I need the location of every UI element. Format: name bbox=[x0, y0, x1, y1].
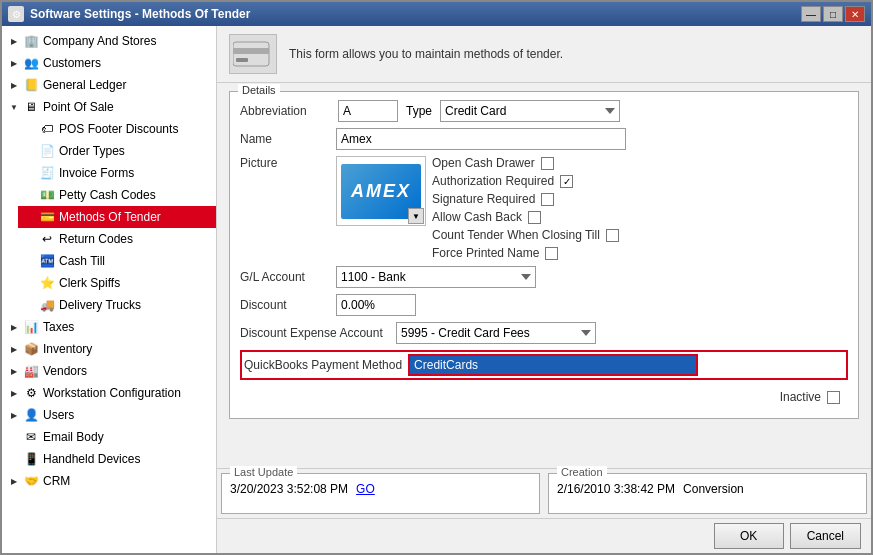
checkbox-row-open-cash-drawer: Open Cash Drawer bbox=[432, 156, 619, 170]
authorization-required-checkbox[interactable]: ✓ bbox=[560, 175, 573, 188]
checkboxes-panel: Open Cash Drawer Authorization Required … bbox=[432, 156, 619, 260]
sidebar-item-users[interactable]: ▶ 👤 Users bbox=[2, 404, 216, 426]
expander-delivery-trucks bbox=[22, 297, 38, 313]
allow-cash-back-checkbox[interactable] bbox=[528, 211, 541, 224]
authorization-required-label: Authorization Required bbox=[432, 174, 554, 188]
expander-vendors[interactable]: ▶ bbox=[6, 363, 22, 379]
label-return-codes: Return Codes bbox=[59, 232, 133, 246]
last-update-legend: Last Update bbox=[230, 466, 297, 478]
label-inventory: Inventory bbox=[43, 342, 92, 356]
checkbox-row-count-tender: Count Tender When Closing Till bbox=[432, 228, 619, 242]
banner-icon bbox=[229, 34, 277, 74]
go-button[interactable]: GO bbox=[356, 482, 375, 496]
expander-workstation-configuration[interactable]: ▶ bbox=[6, 385, 22, 401]
ok-button[interactable]: OK bbox=[714, 523, 784, 549]
label-general-ledger: General Ledger bbox=[43, 78, 126, 92]
sidebar-item-crm[interactable]: ▶ 🤝 CRM bbox=[2, 470, 216, 492]
main-content: ▶ 🏢 Company And Stores ▶ 👥 Customers ▶ 📒… bbox=[2, 26, 871, 553]
expander-users[interactable]: ▶ bbox=[6, 407, 22, 423]
signature-required-label: Signature Required bbox=[432, 192, 535, 206]
label-methods-of-tender: Methods Of Tender bbox=[59, 210, 161, 224]
close-button[interactable]: ✕ bbox=[845, 6, 865, 22]
abbreviation-input[interactable] bbox=[338, 100, 398, 122]
sidebar-item-order-types[interactable]: 📄 Order Types bbox=[18, 140, 216, 162]
checkbox-row-force-printed-name: Force Printed Name bbox=[432, 246, 619, 260]
sidebar-item-clerk-spiffs[interactable]: ⭐ Clerk Spiffs bbox=[18, 272, 216, 294]
sidebar-item-inventory[interactable]: ▶ 📦 Inventory bbox=[2, 338, 216, 360]
creation-section: Creation 2/16/2010 3:38:42 PM Conversion bbox=[548, 473, 867, 514]
icon-return-codes: ↩ bbox=[38, 230, 56, 248]
sidebar-item-return-codes[interactable]: ↩ Return Codes bbox=[18, 228, 216, 250]
icon-invoice-forms: 🧾 bbox=[38, 164, 56, 182]
abbreviation-type-row: Abbreviation Type Credit Card Cash Check… bbox=[240, 100, 848, 122]
window-icon: ⚙ bbox=[8, 6, 24, 22]
inactive-checkbox[interactable] bbox=[827, 391, 840, 404]
sidebar-item-cash-till[interactable]: 🏧 Cash Till bbox=[18, 250, 216, 272]
expander-inventory[interactable]: ▶ bbox=[6, 341, 22, 357]
creation-legend: Creation bbox=[557, 466, 607, 478]
icon-taxes: 📊 bbox=[22, 318, 40, 336]
last-update-content: 3/20/2023 3:52:08 PM GO bbox=[230, 478, 531, 496]
expander-taxes[interactable]: ▶ bbox=[6, 319, 22, 335]
discount-expense-account-select[interactable]: 5995 - Credit Card Fees 5000 - Expenses bbox=[396, 322, 596, 344]
checkbox-row-allow-cash-back: Allow Cash Back bbox=[432, 210, 619, 224]
sidebar-item-workstation-configuration[interactable]: ▶ ⚙ Workstation Configuration bbox=[2, 382, 216, 404]
sidebar-item-petty-cash-codes[interactable]: 💵 Petty Cash Codes bbox=[18, 184, 216, 206]
name-row: Name bbox=[240, 128, 848, 150]
gl-account-select[interactable]: 1100 - Bank 1200 - AR 2000 - AP bbox=[336, 266, 536, 288]
sidebar-item-handheld-devices[interactable]: 📱 Handheld Devices bbox=[2, 448, 216, 470]
sidebar-item-pos-footer-discounts[interactable]: 🏷 POS Footer Discounts bbox=[18, 118, 216, 140]
sidebar-item-email-body[interactable]: ✉ Email Body bbox=[2, 426, 216, 448]
expander-cash-till bbox=[22, 253, 38, 269]
icon-pos-footer-discounts: 🏷 bbox=[38, 120, 56, 138]
maximize-button[interactable]: □ bbox=[823, 6, 843, 22]
sidebar-item-taxes[interactable]: ▶ 📊 Taxes bbox=[2, 316, 216, 338]
expander-crm[interactable]: ▶ bbox=[6, 473, 22, 489]
name-input[interactable] bbox=[336, 128, 626, 150]
sidebar-item-vendors[interactable]: ▶ 🏭 Vendors bbox=[2, 360, 216, 382]
label-customers: Customers bbox=[43, 56, 101, 70]
expander-general-ledger[interactable]: ▶ bbox=[6, 77, 22, 93]
cancel-button[interactable]: Cancel bbox=[790, 523, 861, 549]
expander-customers[interactable]: ▶ bbox=[6, 55, 22, 71]
expander-pos-footer-discounts bbox=[22, 121, 38, 137]
expander-point-of-sale[interactable]: ▼ bbox=[6, 99, 22, 115]
sidebar-item-point-of-sale[interactable]: ▼ 🖥 Point Of Sale bbox=[2, 96, 216, 118]
count-tender-checkbox[interactable] bbox=[606, 229, 619, 242]
icon-delivery-trucks: 🚚 bbox=[38, 296, 56, 314]
icon-inventory: 📦 bbox=[22, 340, 40, 358]
force-printed-name-checkbox[interactable] bbox=[545, 247, 558, 260]
picture-dropdown-button[interactable]: ▼ bbox=[408, 208, 424, 224]
sidebar-item-company-and-stores[interactable]: ▶ 🏢 Company And Stores bbox=[2, 30, 216, 52]
expander-company-and-stores[interactable]: ▶ bbox=[6, 33, 22, 49]
discount-input[interactable] bbox=[336, 294, 416, 316]
label-taxes: Taxes bbox=[43, 320, 74, 334]
discount-row: Discount bbox=[240, 294, 848, 316]
sidebar-item-delivery-trucks[interactable]: 🚚 Delivery Trucks bbox=[18, 294, 216, 316]
icon-cash-till: 🏧 bbox=[38, 252, 56, 270]
expander-petty-cash-codes bbox=[22, 187, 38, 203]
sidebar-item-methods-of-tender[interactable]: 💳 Methods Of Tender bbox=[18, 206, 216, 228]
gl-account-label: G/L Account bbox=[240, 270, 330, 284]
qb-payment-method-input[interactable] bbox=[408, 354, 698, 376]
icon-handheld-devices: 📱 bbox=[22, 450, 40, 468]
open-cash-drawer-checkbox[interactable] bbox=[541, 157, 554, 170]
sidebar-item-general-ledger[interactable]: ▶ 📒 General Ledger bbox=[2, 74, 216, 96]
minimize-button[interactable]: — bbox=[801, 6, 821, 22]
expander-return-codes bbox=[22, 231, 38, 247]
sidebar-item-invoice-forms[interactable]: 🧾 Invoice Forms bbox=[18, 162, 216, 184]
window-title: Software Settings - Methods Of Tender bbox=[30, 7, 250, 21]
signature-required-checkbox[interactable] bbox=[541, 193, 554, 206]
expander-clerk-spiffs bbox=[22, 275, 38, 291]
label-handheld-devices: Handheld Devices bbox=[43, 452, 140, 466]
type-select[interactable]: Credit Card Cash Check Gift Card bbox=[440, 100, 620, 122]
inactive-label: Inactive bbox=[780, 390, 821, 404]
button-bar: OK Cancel bbox=[217, 518, 871, 553]
qb-payment-method-label: QuickBooks Payment Method bbox=[244, 358, 402, 372]
label-vendors: Vendors bbox=[43, 364, 87, 378]
sidebar-item-customers[interactable]: ▶ 👥 Customers bbox=[2, 52, 216, 74]
expander-order-types bbox=[22, 143, 38, 159]
label-email-body: Email Body bbox=[43, 430, 104, 444]
sidebar: ▶ 🏢 Company And Stores ▶ 👥 Customers ▶ 📒… bbox=[2, 26, 217, 553]
window-controls: — □ ✕ bbox=[801, 6, 865, 22]
